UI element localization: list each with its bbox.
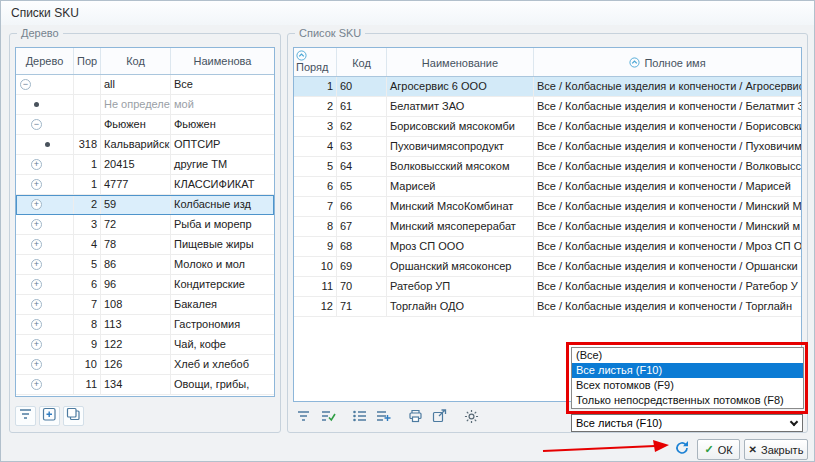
- name-cell[interactable]: Все: [171, 75, 274, 94]
- name-cell[interactable]: Мроз СП ООО: [387, 237, 534, 256]
- code-cell[interactable]: 62: [337, 117, 387, 136]
- order-cell[interactable]: [74, 75, 101, 94]
- add-button[interactable]: [39, 406, 60, 426]
- col-header-name[interactable]: Наименова: [171, 48, 274, 74]
- export-button[interactable]: [429, 408, 450, 428]
- name-cell[interactable]: Агросервис 6 ООО: [387, 77, 534, 96]
- name-cell[interactable]: ОПТСИР: [171, 135, 274, 154]
- tree-expand-icon[interactable]: [31, 219, 42, 230]
- code-cell[interactable]: 108: [101, 295, 171, 314]
- sku-row[interactable]: 2 61 Белатмит ЗАО Все / Колбасные издели…: [294, 97, 801, 117]
- tree-cell[interactable]: [16, 195, 74, 214]
- sku-row[interactable]: 4 63 Пуховичимясопродукт Все / Колбасные…: [294, 137, 801, 157]
- col-header-code[interactable]: Код: [337, 48, 387, 76]
- col-header-tree[interactable]: Дерево: [16, 48, 74, 74]
- name-cell[interactable]: Белатмит ЗАО: [387, 97, 534, 116]
- code-cell[interactable]: 4777: [101, 175, 171, 194]
- tree-row[interactable]: 10 126 Хлеб и хлебоб: [16, 355, 274, 375]
- name-cell[interactable]: Волковысский мясоком: [387, 157, 534, 176]
- tree-cell[interactable]: [16, 255, 74, 274]
- descendants-combobox[interactable]: Все листья (F10): [571, 414, 803, 432]
- code-cell[interactable]: Кальварийск: [101, 135, 171, 154]
- sku-row[interactable]: 6 65 Марисей Все / Колбасные изделия и к…: [294, 177, 801, 197]
- code-cell[interactable]: 70: [337, 277, 387, 296]
- tree-cell[interactable]: [16, 115, 74, 134]
- code-cell[interactable]: 59: [101, 195, 171, 214]
- full-name-cell[interactable]: Все / Колбасные изделия и копчености / Б…: [534, 97, 801, 116]
- print-button[interactable]: [405, 408, 426, 428]
- name-cell[interactable]: Бакалея: [171, 295, 274, 314]
- tree-cell[interactable]: [16, 75, 74, 94]
- name-cell[interactable]: Гастрономия: [171, 315, 274, 334]
- order-cell[interactable]: 9: [294, 237, 337, 256]
- order-cell[interactable]: 3: [294, 117, 337, 136]
- code-cell[interactable]: Не определе: [101, 95, 171, 114]
- col-header-order[interactable]: Пор: [74, 48, 101, 74]
- order-cell[interactable]: 11: [74, 375, 101, 394]
- tree-row[interactable]: 2 59 Колбасные изд: [16, 195, 274, 215]
- tree-expand-icon[interactable]: [31, 279, 42, 290]
- name-cell[interactable]: Колбасные изд: [171, 195, 274, 214]
- col-header-full-name[interactable]: Полное имя: [534, 48, 801, 76]
- order-cell[interactable]: 1: [74, 155, 101, 174]
- dropdown-option[interactable]: Все листья (F10): [572, 363, 803, 378]
- sku-row[interactable]: 8 67 Минский мясоперерабат Все / Колбасн…: [294, 217, 801, 237]
- sku-row[interactable]: 9 68 Мроз СП ООО Все / Колбасные изделия…: [294, 237, 801, 257]
- order-cell[interactable]: 10: [294, 257, 337, 276]
- full-name-cell[interactable]: Все / Колбасные изделия и копчености / Р…: [534, 277, 801, 296]
- name-cell[interactable]: Фьюжен: [171, 115, 274, 134]
- order-cell[interactable]: 10: [74, 355, 101, 374]
- code-cell[interactable]: 67: [337, 217, 387, 236]
- name-cell[interactable]: Марисей: [387, 177, 534, 196]
- order-cell[interactable]: 7: [294, 197, 337, 216]
- tree-row[interactable]: 4 78 Пищевые жиры: [16, 235, 274, 255]
- code-cell[interactable]: 63: [337, 137, 387, 156]
- sku-row[interactable]: 12 71 Торглайн ОДО Все / Колбасные издел…: [294, 297, 801, 317]
- tree-row[interactable]: 1 20415 другие ТМ: [16, 155, 274, 175]
- tree-row[interactable]: 3 72 Рыба и морепр: [16, 215, 274, 235]
- tree-cell[interactable]: [16, 95, 74, 114]
- full-name-cell[interactable]: Все / Колбасные изделия и копчености / М…: [534, 177, 801, 196]
- code-cell[interactable]: 78: [101, 235, 171, 254]
- order-cell[interactable]: 9: [74, 335, 101, 354]
- name-cell[interactable]: Овощи, грибы,: [171, 375, 274, 394]
- full-name-cell[interactable]: Все / Колбасные изделия и копчености / М…: [534, 197, 801, 216]
- name-cell[interactable]: Чай, кофе: [171, 335, 274, 354]
- filter-check-button[interactable]: [317, 408, 338, 428]
- order-cell[interactable]: 2: [74, 195, 101, 214]
- full-name-cell[interactable]: Все / Колбасные изделия и копчености / Т…: [534, 297, 801, 316]
- order-cell[interactable]: 4: [74, 235, 101, 254]
- code-cell[interactable]: 126: [101, 355, 171, 374]
- tree-expand-icon[interactable]: [34, 102, 39, 107]
- sku-row[interactable]: 11 70 Ратебор УП Все / Колбасные изделия…: [294, 277, 801, 297]
- code-cell[interactable]: 60: [337, 77, 387, 96]
- sku-row[interactable]: 10 69 Оршанский мясоконсер Все / Колбасн…: [294, 257, 801, 277]
- tree-expand-icon[interactable]: [31, 359, 42, 370]
- code-cell[interactable]: 96: [101, 275, 171, 294]
- code-cell[interactable]: 134: [101, 375, 171, 394]
- tree-expand-icon[interactable]: [31, 379, 42, 390]
- code-cell[interactable]: 61: [337, 97, 387, 116]
- name-cell[interactable]: Пуховичимясопродукт: [387, 137, 534, 156]
- tree-row[interactable]: 9 122 Чай, кофе: [16, 335, 274, 355]
- tree-cell[interactable]: [16, 375, 74, 394]
- tree-cell[interactable]: [16, 235, 74, 254]
- col-header-name[interactable]: Наименование: [387, 48, 534, 76]
- code-cell[interactable]: 20415: [101, 155, 171, 174]
- code-cell[interactable]: all: [101, 75, 171, 94]
- full-name-cell[interactable]: Все / Колбасные изделия и копчености / М…: [534, 237, 801, 256]
- full-name-cell[interactable]: Все / Колбасные изделия и копчености / А…: [534, 77, 801, 96]
- refresh-button[interactable]: [671, 441, 692, 459]
- name-cell[interactable]: Торглайн ОДО: [387, 297, 534, 316]
- tree-expand-icon[interactable]: [31, 159, 42, 170]
- dropdown-option[interactable]: Всех потомков (F9): [572, 378, 803, 393]
- ok-button[interactable]: ✓ ОК: [697, 439, 740, 460]
- order-cell[interactable]: 7: [74, 295, 101, 314]
- filter-button[interactable]: [15, 406, 36, 426]
- col-header-order[interactable]: Поряд: [294, 48, 337, 76]
- order-cell[interactable]: [74, 95, 101, 114]
- name-cell[interactable]: Молоко и мол: [171, 255, 274, 274]
- tree-row[interactable]: 1 4777 КЛАССИФИКАТ: [16, 175, 274, 195]
- name-cell[interactable]: мой: [171, 95, 274, 114]
- order-cell[interactable]: 5: [294, 157, 337, 176]
